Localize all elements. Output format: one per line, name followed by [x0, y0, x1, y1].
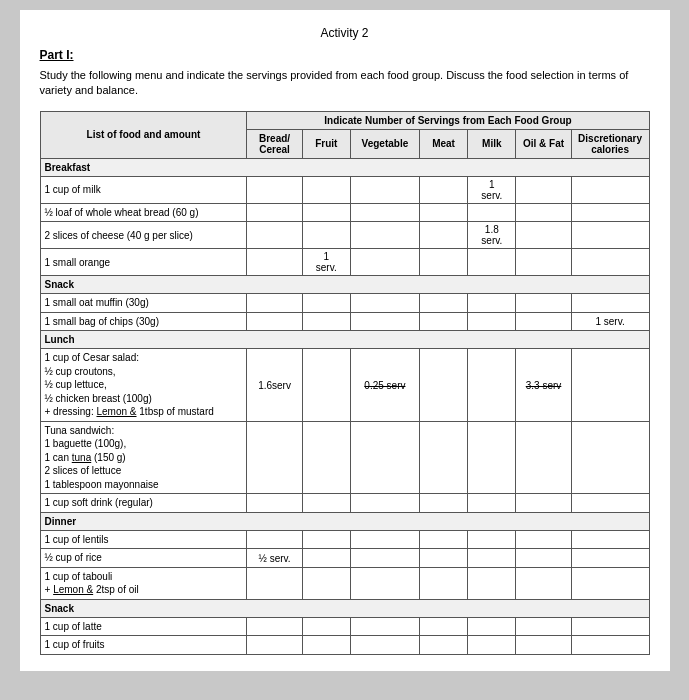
cell-disc	[571, 203, 649, 222]
cell-meat	[419, 549, 467, 568]
col-header-milk: Milk	[468, 129, 516, 158]
cell-bread: ½ serv.	[247, 549, 302, 568]
cell-disc	[571, 249, 649, 276]
table-row: 1 cup of Cesar salad: ½ cup croutons, ½ …	[40, 349, 649, 422]
cell-disc	[571, 294, 649, 313]
cell-food: 1 cup of lentils	[40, 530, 247, 549]
cell-bread	[247, 249, 302, 276]
cell-oil	[516, 567, 571, 599]
cell-bread	[247, 222, 302, 249]
cell-fruit	[302, 549, 350, 568]
table-row: 1 cup of milk1 serv.	[40, 176, 649, 203]
cell-meat	[419, 567, 467, 599]
table-row: 1 cup of latte	[40, 617, 649, 636]
cell-disc	[571, 176, 649, 203]
col-header-fruit: Fruit	[302, 129, 350, 158]
cell-bread: 1.6serv	[247, 349, 302, 422]
cell-food: 1 cup of milk	[40, 176, 247, 203]
cell-veg	[350, 222, 419, 249]
cell-food: 1 cup of latte	[40, 617, 247, 636]
col-header-bread: Bread/ Cereal	[247, 129, 302, 158]
section-name: Dinner	[40, 512, 649, 530]
cell-meat	[419, 294, 467, 313]
activity-title: Activity 2	[40, 26, 650, 40]
cell-fruit	[302, 530, 350, 549]
cell-bread	[247, 421, 302, 494]
cell-disc	[571, 421, 649, 494]
cell-milk	[468, 421, 516, 494]
section-name: Snack	[40, 599, 649, 617]
cell-bread	[247, 636, 302, 655]
cell-oil	[516, 222, 571, 249]
cell-oil	[516, 294, 571, 313]
cell-oil	[516, 617, 571, 636]
cell-fruit	[302, 349, 350, 422]
cell-fruit	[302, 617, 350, 636]
section-header-2: Lunch	[40, 331, 649, 349]
cell-meat	[419, 249, 467, 276]
cell-milk	[468, 349, 516, 422]
section-name: Snack	[40, 276, 649, 294]
table-row: ½ loaf of whole wheat bread (60 g)	[40, 203, 649, 222]
cell-oil	[516, 530, 571, 549]
cell-veg	[350, 617, 419, 636]
cell-disc: 1 serv.	[571, 312, 649, 331]
cell-fruit	[302, 421, 350, 494]
cell-fruit	[302, 636, 350, 655]
table-row: 2 slices of cheese (40 g per slice)1.8 s…	[40, 222, 649, 249]
table-row: 1 small oat muffin (30g)	[40, 294, 649, 313]
cell-milk	[468, 312, 516, 331]
table-row: 1 small orange1 serv.	[40, 249, 649, 276]
cell-veg	[350, 421, 419, 494]
section-header-4: Snack	[40, 599, 649, 617]
cell-fruit	[302, 222, 350, 249]
cell-milk	[468, 636, 516, 655]
cell-milk: 1.8 serv.	[468, 222, 516, 249]
col-header-meat: Meat	[419, 129, 467, 158]
section-header-0: Breakfast	[40, 158, 649, 176]
cell-fruit	[302, 567, 350, 599]
cell-food: 2 slices of cheese (40 g per slice)	[40, 222, 247, 249]
cell-fruit	[302, 176, 350, 203]
cell-bread	[247, 617, 302, 636]
table-row: 1 cup soft drink (regular)	[40, 494, 649, 513]
table-row: ½ cup of rice½ serv.	[40, 549, 649, 568]
col-header-top: Indicate Number of Servings from Each Fo…	[247, 111, 649, 129]
cell-food: 1 cup of fruits	[40, 636, 247, 655]
cell-meat	[419, 203, 467, 222]
cell-fruit	[302, 494, 350, 513]
cell-milk	[468, 203, 516, 222]
section-name: Breakfast	[40, 158, 649, 176]
cell-food: Tuna sandwich: 1 baguette (100g), 1 can …	[40, 421, 247, 494]
cell-veg	[350, 312, 419, 331]
cell-oil	[516, 549, 571, 568]
cell-food: 1 small oat muffin (30g)	[40, 294, 247, 313]
cell-veg	[350, 567, 419, 599]
cell-disc	[571, 567, 649, 599]
cell-disc	[571, 617, 649, 636]
cell-meat	[419, 312, 467, 331]
cell-milk	[468, 494, 516, 513]
cell-fruit: 1 serv.	[302, 249, 350, 276]
cell-food: ½ cup of rice	[40, 549, 247, 568]
cell-disc	[571, 549, 649, 568]
table-row: 1 cup of tabouli + Lemon & 2tsp of oil	[40, 567, 649, 599]
cell-food: 1 cup soft drink (regular)	[40, 494, 247, 513]
section-name: Lunch	[40, 331, 649, 349]
table-row: 1 small bag of chips (30g)1 serv.	[40, 312, 649, 331]
food-table: List of food and amount Indicate Number …	[40, 111, 650, 655]
cell-oil	[516, 176, 571, 203]
cell-meat	[419, 222, 467, 249]
cell-disc	[571, 349, 649, 422]
cell-bread	[247, 312, 302, 331]
cell-bread	[247, 176, 302, 203]
cell-disc	[571, 530, 649, 549]
part-label: Part I:	[40, 48, 650, 62]
cell-oil: 3.3 serv	[516, 349, 571, 422]
cell-oil	[516, 203, 571, 222]
cell-milk	[468, 294, 516, 313]
cell-veg	[350, 294, 419, 313]
cell-oil	[516, 636, 571, 655]
cell-meat	[419, 494, 467, 513]
cell-food: 1 small orange	[40, 249, 247, 276]
